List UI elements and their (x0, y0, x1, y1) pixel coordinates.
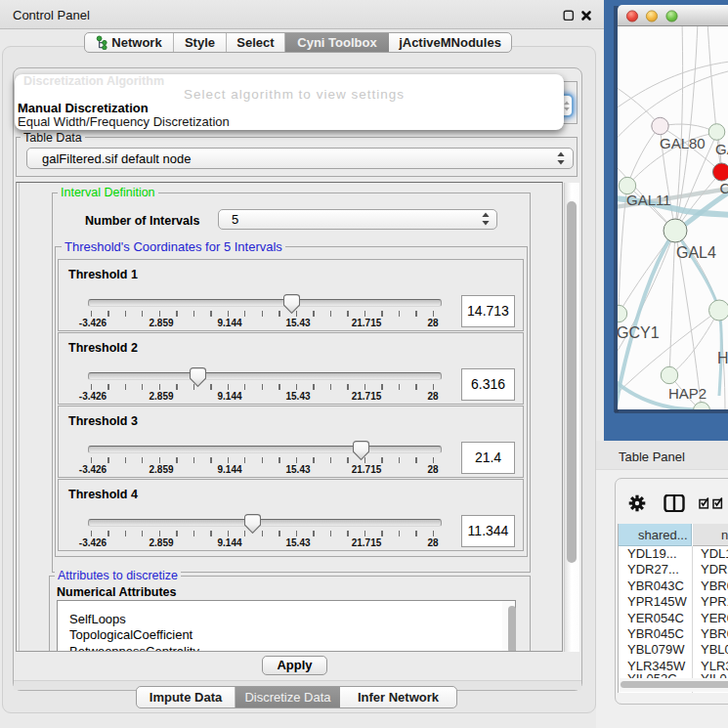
svg-text:GAL: GAL (715, 141, 728, 157)
svg-text:HI: HI (717, 350, 728, 366)
svg-text:HAP2: HAP2 (668, 385, 707, 402)
svg-text:CL: CL (720, 180, 728, 196)
svg-text:GAL80: GAL80 (660, 135, 706, 151)
svg-text:GAL4: GAL4 (676, 244, 716, 261)
svg-text:GCY1: GCY1 (618, 324, 660, 341)
svg-text:GAL11: GAL11 (626, 192, 671, 208)
